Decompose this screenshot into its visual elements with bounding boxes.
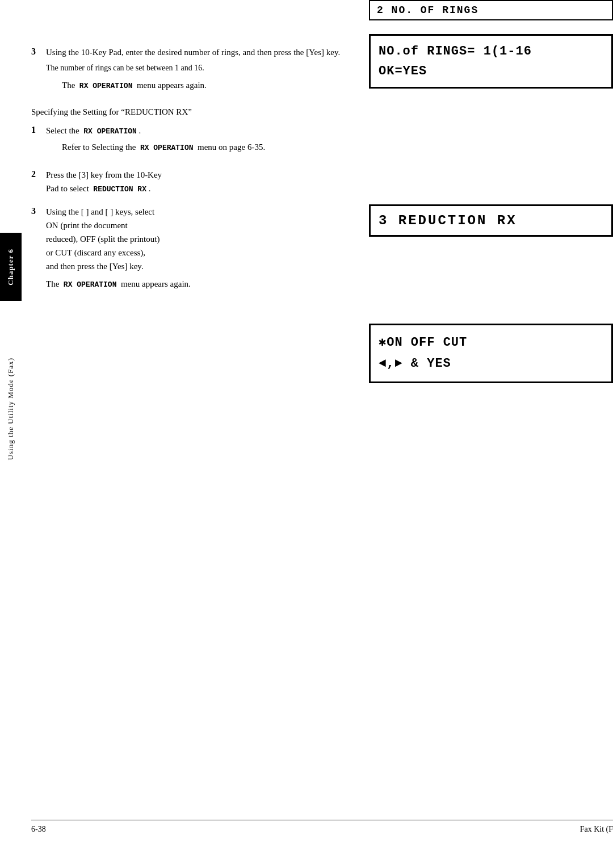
on-off-cut-line1: ✱ON OFF CUT xyxy=(379,332,603,353)
step1-block: 1 Select the RX OPERATION . Refer to Sel… xyxy=(31,124,372,160)
step3-top-text: Using the 10-Key Pad, enter the desired … xyxy=(46,45,366,59)
step3-top-body: Using the 10-Key Pad, enter the desired … xyxy=(46,45,366,91)
step3-top-number: 3 xyxy=(31,45,46,57)
menu-appears-again-1: menu appears again. xyxy=(137,81,207,90)
step2-block: 2 Press the [3] key from the 10-Key Pad … xyxy=(31,168,372,196)
step1-body: Select the RX OPERATION . Refer to Selec… xyxy=(46,124,372,160)
rx-operation-menu-ref1: RX OPERATION xyxy=(79,82,133,90)
step2-body: Press the [3] key from the 10-Key Pad to… xyxy=(46,168,372,196)
step3-bottom-text4: or CUT (discard any excess), xyxy=(46,246,366,259)
step3-top-block: 3 Using the 10-Key Pad, enter the desire… xyxy=(31,45,366,91)
page-footer: 6-38 Fax Kit (F xyxy=(31,820,613,834)
rx-operation-menu-ref2: RX OPERATION xyxy=(64,280,117,289)
step1-menu: RX OPERATION xyxy=(83,127,137,136)
specifying-heading-block: Specifying the Setting for “REDUCTION RX… xyxy=(31,107,372,195)
side-label-container: Using the Utility Mode (Fax) xyxy=(0,329,22,488)
footer-page-number: 6-38 xyxy=(31,825,46,834)
step2-number: 2 xyxy=(31,168,46,179)
step1-number: 1 xyxy=(31,124,46,135)
step3-bottom-text1: Using the [ ] and [ ] keys, select xyxy=(46,205,366,219)
step3-bottom-body: Using the [ ] and [ ] keys, select ON (p… xyxy=(46,205,366,291)
step1-period: . xyxy=(139,126,141,135)
on-off-cut-line2: ◄,► & YES xyxy=(379,353,603,374)
footer-product-name: Fax Kit (F xyxy=(580,825,613,834)
top-display-text: 2 NO. OF RINGS xyxy=(377,5,478,16)
step1-text-pre: Select the xyxy=(46,126,79,135)
refer-menu: RX OPERATION xyxy=(140,144,194,152)
step3-bottom-note: The RX OPERATION menu appears again. xyxy=(46,278,366,291)
step3-bottom-block: 3 Using the [ ] and [ ] keys, select ON … xyxy=(31,205,366,291)
page-container: 2 NO. OF RINGS Chapter 6 Using the Utili… xyxy=(0,0,613,868)
refer-line: Refer to Selecting the RX OPERATION menu… xyxy=(62,140,372,154)
step3-bottom-text2: ON (print the document xyxy=(46,219,366,232)
on-off-cut-display: ✱ON OFF CUT ◄,► & YES xyxy=(369,324,613,383)
step3-bottom-text3: reduced), OFF (split the printout) xyxy=(46,232,366,246)
main-content: 3 Using the 10-Key Pad, enter the desire… xyxy=(31,17,613,298)
chapter-tab: Chapter 6 xyxy=(0,233,22,301)
specifying-heading-title: Specifying the Setting for “REDUCTION RX… xyxy=(31,107,372,117)
step2-text1: Press the [3] key from the 10-Key xyxy=(46,168,372,182)
step3-top-note2: The RX OPERATION menu appears again. xyxy=(62,79,366,92)
step3-bottom-text5: and then press the [Yes] key. xyxy=(46,259,366,273)
step3-bottom-number: 3 xyxy=(31,205,46,216)
chapter-label: Chapter 6 xyxy=(6,249,15,286)
step2-menu: REDUCTION RX xyxy=(93,185,146,194)
step2-text2: Pad to select REDUCTION RX . xyxy=(46,182,372,196)
the-word: The xyxy=(62,81,75,90)
step3-top-note1: The number of rings can be set between 1… xyxy=(46,62,366,74)
side-label-text: Using the Utility Mode (Fax) xyxy=(6,358,15,460)
